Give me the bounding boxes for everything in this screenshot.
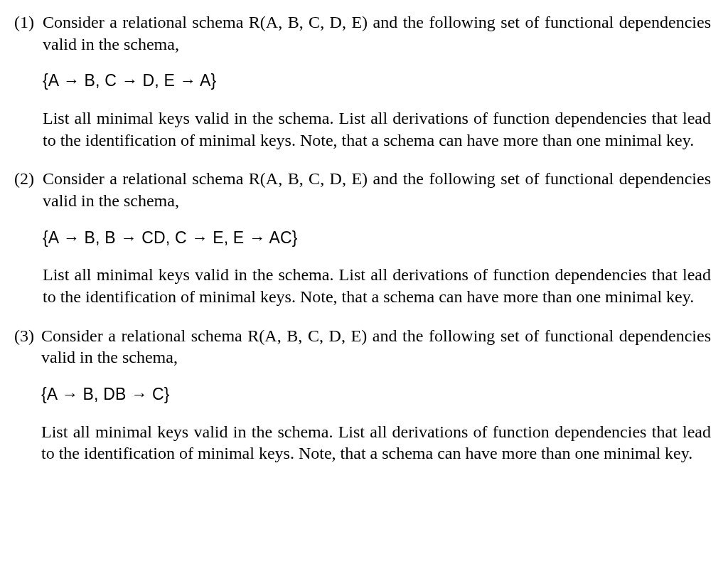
question-number: (3) (14, 325, 34, 347)
question-intro: Consider a relational schema R(A, B, C, … (43, 11, 711, 55)
functional-dependencies: {A → B, DB → C} (41, 384, 711, 405)
functional-dependencies: {A → B, C → D, E → A} (43, 70, 711, 91)
question-body: Consider a relational schema R(A, B, C, … (43, 11, 711, 151)
question-number: (2) (14, 168, 34, 190)
question-task: List all minimal keys valid in the schem… (43, 264, 711, 307)
question-1: (1) Consider a relational schema R(A, B,… (14, 11, 711, 151)
question-body: Consider a relational schema R(A, B, C, … (43, 168, 711, 307)
question-task: List all minimal keys valid in the schem… (43, 107, 711, 151)
question-2: (2) Consider a relational schema R(A, B,… (14, 168, 711, 307)
question-3: (3) Consider a relational schema R(A, B,… (14, 325, 711, 464)
functional-dependencies: {A → B, B → CD, C → E, E → AC} (43, 228, 711, 248)
question-task: List all minimal keys valid in the schem… (41, 421, 711, 464)
question-intro: Consider a relational schema R(A, B, C, … (43, 168, 711, 211)
question-intro: Consider a relational schema R(A, B, C, … (41, 325, 711, 368)
question-number: (1) (14, 11, 34, 33)
question-body: Consider a relational schema R(A, B, C, … (41, 325, 711, 464)
